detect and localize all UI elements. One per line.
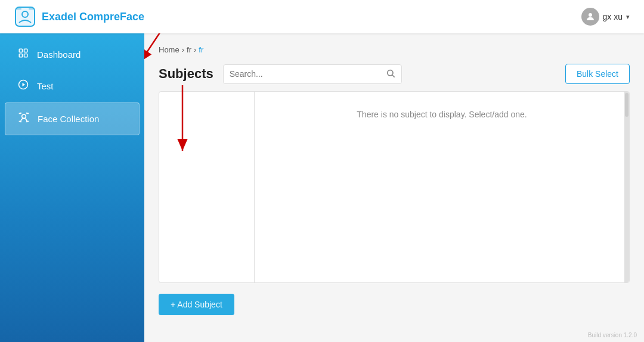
sidebar-item-test-label: Test bbox=[37, 81, 54, 91]
sidebar-item-face-collection[interactable]: Face Collection bbox=[5, 102, 140, 135]
brand-name: Exadel CompreFace bbox=[42, 11, 144, 23]
main-content: Home › fr › fr Subjects Bulk Select bbox=[144, 33, 644, 342]
search-box[interactable] bbox=[223, 64, 402, 84]
subjects-main-panel: There is no subject to display. Select/a… bbox=[255, 92, 629, 282]
svg-point-12 bbox=[387, 70, 392, 75]
breadcrumb-fr1[interactable]: fr bbox=[187, 45, 191, 54]
brand: Exadel CompreFace bbox=[14, 6, 144, 27]
build-version: Build version 1.2.0 bbox=[588, 332, 637, 338]
scroll-thumb bbox=[625, 93, 628, 117]
svg-point-11 bbox=[22, 114, 26, 119]
sidebar-item-face-collection-label: Face Collection bbox=[38, 114, 99, 124]
sidebar: Dashboard Test Face Collection bbox=[0, 33, 144, 342]
subjects-bottom: + Add Subject bbox=[159, 283, 630, 315]
breadcrumb: Home › fr › fr bbox=[159, 45, 630, 54]
app-layout: Dashboard Test Face Collection bbox=[0, 33, 644, 342]
chevron-down-icon: ▾ bbox=[626, 13, 630, 21]
empty-message: There is no subject to display. Select/a… bbox=[357, 110, 527, 119]
subjects-header: Subjects Bulk Select bbox=[159, 64, 630, 84]
navbar: Exadel CompreFace gx xu ▾ bbox=[0, 0, 644, 33]
username: gx xu bbox=[603, 12, 623, 21]
search-icon bbox=[386, 69, 395, 80]
user-menu[interactable]: gx xu ▾ bbox=[581, 8, 630, 26]
sidebar-item-dashboard-label: Dashboard bbox=[37, 49, 80, 60]
svg-rect-6 bbox=[24, 49, 27, 52]
sidebar-item-test[interactable]: Test bbox=[5, 71, 140, 101]
breadcrumb-home[interactable]: Home bbox=[159, 45, 179, 54]
dashboard-icon bbox=[17, 48, 30, 61]
breadcrumb-sep2: › bbox=[194, 45, 196, 54]
svg-rect-3 bbox=[29, 8, 33, 10]
face-collection-icon bbox=[17, 111, 30, 126]
add-subject-button[interactable]: + Add Subject bbox=[159, 294, 234, 315]
subjects-list-panel bbox=[159, 92, 255, 282]
breadcrumb-current: fr bbox=[199, 45, 203, 54]
bulk-select-button[interactable]: Bulk Select bbox=[565, 64, 630, 84]
breadcrumb-sep1: › bbox=[182, 45, 184, 54]
brand-logo-icon bbox=[14, 6, 36, 27]
svg-line-13 bbox=[392, 75, 395, 77]
subjects-title: Subjects bbox=[159, 66, 213, 82]
svg-rect-5 bbox=[19, 49, 22, 52]
svg-point-4 bbox=[589, 13, 592, 17]
svg-marker-10 bbox=[23, 83, 26, 86]
svg-rect-7 bbox=[19, 54, 22, 57]
svg-rect-2 bbox=[17, 8, 21, 10]
avatar bbox=[581, 8, 599, 26]
test-icon bbox=[17, 79, 30, 93]
sidebar-item-dashboard[interactable]: Dashboard bbox=[5, 39, 140, 70]
svg-rect-8 bbox=[24, 54, 27, 57]
subjects-content: There is no subject to display. Select/a… bbox=[159, 91, 630, 283]
scrollbar[interactable] bbox=[624, 92, 629, 282]
search-input[interactable] bbox=[230, 69, 382, 79]
